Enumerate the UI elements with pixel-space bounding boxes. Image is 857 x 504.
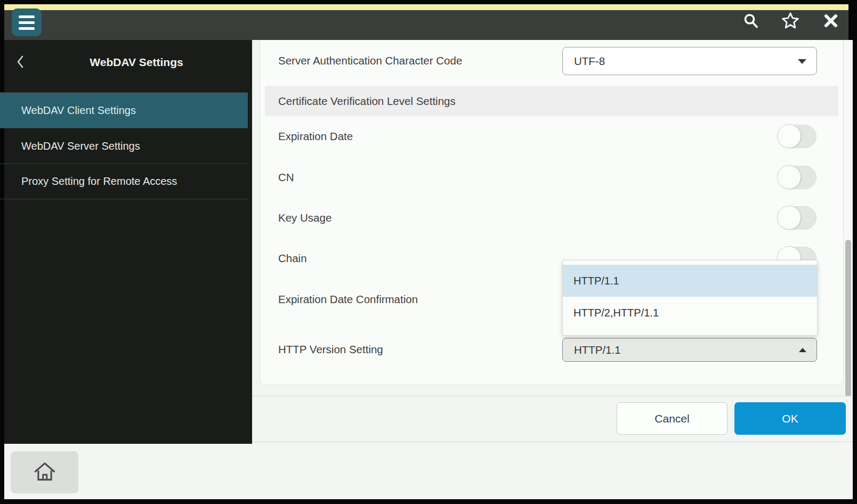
- home-icon: [33, 460, 56, 485]
- chevron-down-icon: [798, 59, 806, 64]
- search-icon: [742, 12, 759, 31]
- sidebar-item-webdav-server-settings[interactable]: WebDAV Server Settings: [0, 128, 248, 164]
- sidebar-item-label: WebDAV Server Settings: [21, 140, 140, 152]
- cancel-button[interactable]: Cancel: [617, 402, 727, 435]
- toggle-expiration-date[interactable]: [777, 125, 816, 148]
- toggle-label-chain: Chain: [278, 252, 307, 265]
- http-version-dropdown-menu: HTTP/1.1 HTTP/2,HTTP/1.1: [562, 260, 818, 336]
- toggle-label-cn: CN: [278, 171, 294, 184]
- dropdown-option-http2-http11[interactable]: HTTP/2,HTTP/1.1: [563, 297, 817, 329]
- remote-ui-screen: ««◆»»: [0, 0, 857, 504]
- toggle-label-expiration-date: Expiration Date: [278, 130, 353, 143]
- hamburger-icon: [19, 15, 35, 18]
- bottom-bar: [4, 444, 853, 499]
- char-code-label: Server Authentication Character Code: [278, 54, 462, 67]
- home-button[interactable]: [11, 451, 78, 493]
- close-icon: [823, 13, 839, 31]
- http-version-label: HTTP Version Setting: [278, 343, 383, 356]
- toggle-label-expiration-date-confirmation: Expiration Date Confirmation: [278, 293, 418, 306]
- chevron-left-icon: [16, 55, 25, 71]
- sidebar-list: WebDAV Client Settings WebDAV Server Set…: [0, 92, 248, 199]
- star-icon: [781, 12, 799, 32]
- toggle-key-usage[interactable]: [777, 206, 816, 230]
- section-title: Certificate Verification Level Settings: [278, 95, 456, 108]
- ok-button[interactable]: OK: [734, 402, 846, 435]
- sidebar-item-label: WebDAV Client Settings: [21, 104, 136, 117]
- hamburger-icon: [19, 21, 35, 24]
- sidebar-title: WebDAV Settings: [32, 56, 241, 69]
- char-code-select[interactable]: UTF-8: [562, 47, 817, 75]
- search-button[interactable]: [742, 13, 760, 31]
- http-version-value: HTTP/1.1: [563, 344, 621, 356]
- hamburger-menu-button[interactable]: [12, 9, 42, 36]
- toggle-knob: [777, 124, 801, 148]
- toggle-knob: [777, 165, 801, 189]
- char-code-value: UTF-8: [563, 55, 605, 68]
- header-bar: [4, 10, 848, 40]
- sidebar-item-webdav-client-settings[interactable]: WebDAV Client Settings: [0, 92, 248, 128]
- scrollbar-thumb[interactable]: [845, 240, 851, 397]
- sidebar-item-label: Proxy Setting for Remote Access: [21, 175, 177, 188]
- chevron-up-icon: [799, 348, 806, 352]
- toggle-knob: [777, 206, 801, 230]
- favorites-button[interactable]: [781, 13, 799, 31]
- dropdown-option-http11[interactable]: HTTP/1.1: [563, 265, 817, 297]
- hamburger-icon: [19, 27, 35, 30]
- sidebar-item-proxy-setting-remote-access[interactable]: Proxy Setting for Remote Access: [0, 164, 248, 199]
- section-header: Certificate Verification Level Settings: [265, 86, 838, 116]
- close-button[interactable]: [822, 13, 840, 31]
- back-button[interactable]: [15, 55, 26, 70]
- toggle-label-key-usage: Key Usage: [278, 212, 332, 224]
- toggle-cn[interactable]: [777, 166, 816, 189]
- http-version-select[interactable]: HTTP/1.1: [562, 338, 817, 362]
